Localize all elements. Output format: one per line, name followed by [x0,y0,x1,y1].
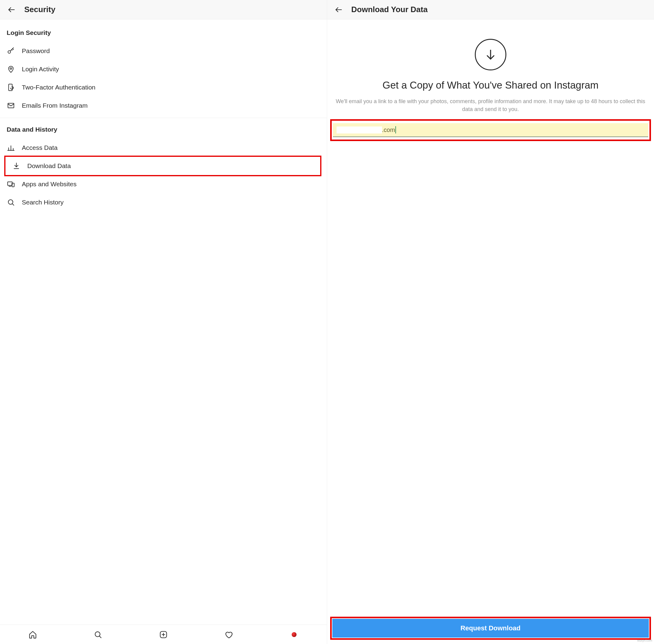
svg-rect-6 [8,84,12,91]
row-label: Download Data [27,162,71,169]
svg-point-5 [10,68,11,69]
row-search-history[interactable]: Search History [0,193,327,211]
nav-new-post[interactable] [159,630,168,639]
row-label: Two-Factor Authentication [22,84,96,91]
email-input-highlight: xxxxxxxxx@xxxx.com [330,119,651,141]
devices-icon [7,180,15,188]
row-emails-from-instagram[interactable]: Emails From Instagram [0,96,327,115]
button-label: Request Download [461,624,520,632]
bottom-nav [0,625,327,644]
request-download-button[interactable]: Request Download [332,619,649,638]
search-icon [94,630,102,639]
row-label: Access Data [22,144,57,152]
email-input[interactable]: xxxxxxxxx@xxxx.com [333,123,649,137]
section-login-security: Login Security [0,27,327,42]
row-login-activity[interactable]: Login Activity [0,60,327,78]
section-divider [0,118,327,118]
nav-profile[interactable] [290,630,299,639]
arrow-down-icon [484,48,497,61]
nav-home[interactable] [28,630,37,639]
source-watermark: wsxyn.com [637,639,652,642]
map-pin-icon [7,65,15,73]
text-caret [395,126,396,134]
row-access-data[interactable]: Access Data [0,139,327,157]
arrow-left-icon [7,5,16,14]
section-data-history: Data and History [0,123,327,139]
security-topbar: Security [0,0,327,19]
key-icon [7,47,15,55]
nav-activity[interactable] [224,630,233,639]
page-title: Security [24,5,55,14]
arrow-left-icon [334,5,343,14]
download-icon [12,162,21,170]
row-download-data[interactable]: Download Data [4,156,321,176]
search-icon [7,198,15,207]
download-data-pane: Download Your Data Get a Copy of What Yo… [327,0,654,644]
mail-icon [7,101,15,110]
svg-line-4 [11,50,12,50]
download-content: Get a Copy of What You've Shared on Inst… [327,19,654,644]
email-redacted: xxxxxxxxx@xxxx [337,127,382,134]
phone-shield-icon [7,83,15,92]
row-two-factor[interactable]: Two-Factor Authentication [0,78,327,96]
home-icon [28,630,37,639]
svg-line-3 [13,48,13,49]
download-topbar: Download Your Data [327,0,654,19]
row-label: Login Activity [22,66,59,73]
row-label: Apps and Websites [22,181,77,188]
avatar-icon [292,632,296,637]
row-label: Search History [22,199,64,206]
svg-line-20 [99,636,101,638]
request-button-highlight: Request Download [330,617,651,640]
row-label: Password [22,47,50,54]
bar-chart-icon [7,143,15,152]
heart-icon [224,630,233,639]
row-label: Emails From Instagram [22,102,88,109]
row-apps-websites[interactable]: Apps and Websites [0,175,327,193]
svg-line-18 [12,204,14,205]
back-button[interactable] [7,5,16,15]
plus-square-icon [159,630,168,639]
security-settings-pane: Security Login Security Password Login A… [0,0,327,644]
row-password[interactable]: Password [0,42,327,60]
download-description: We'll email you a link to a file with yo… [327,97,654,119]
security-list: Login Security Password Login Activity T… [0,19,327,644]
email-visible: .com [382,127,395,134]
page-title: Download Your Data [352,5,428,14]
download-heading: Get a Copy of What You've Shared on Inst… [370,70,611,97]
svg-rect-14 [7,182,12,185]
back-button[interactable] [334,5,343,15]
nav-search[interactable] [93,630,102,639]
download-circle-icon [475,39,506,70]
